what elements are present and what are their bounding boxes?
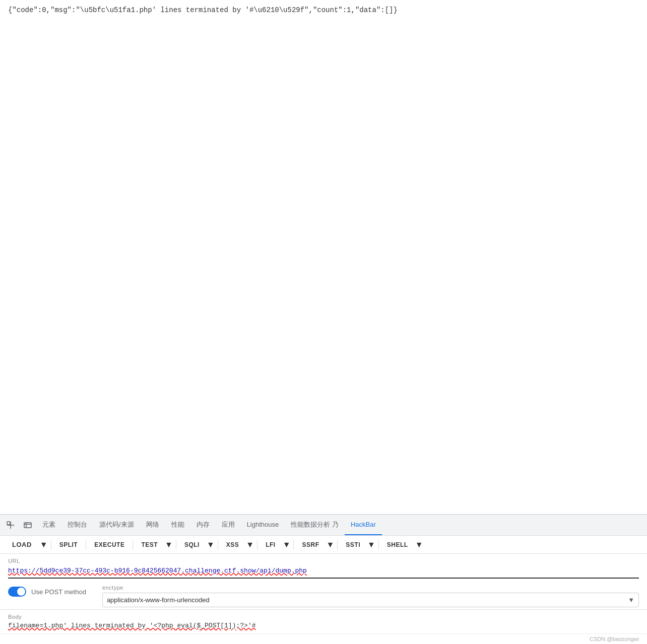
tab-memory[interactable]: 内存 [190, 515, 216, 535]
ssrf-button[interactable]: SSRF [297, 539, 324, 550]
url-display[interactable]: https://5dd9ce39-37cc-493c-b916-9c842566… [8, 566, 639, 579]
tab-performance[interactable]: 性能 [165, 515, 190, 535]
tab-elements[interactable]: 元素 [36, 515, 61, 535]
separator-2 [86, 540, 86, 550]
post-method-toggle-row: Use POST method [8, 583, 86, 601]
shell-dropdown-icon[interactable]: ▼ [415, 540, 423, 549]
chevron-down-icon: ▼ [628, 596, 634, 604]
separator-8 [337, 540, 338, 550]
shell-button[interactable]: SHELL [382, 539, 413, 550]
svg-rect-3 [24, 523, 31, 528]
ssti-dropdown-icon[interactable]: ▼ [367, 540, 375, 549]
tab-network[interactable]: 网络 [140, 515, 165, 535]
separator-1 [51, 540, 51, 550]
ssrf-dropdown-icon[interactable]: ▼ [326, 540, 334, 549]
url-section: URL https://5dd9ce39-37cc-493c-b916-9c84… [0, 554, 647, 579]
response-text: {"code":0,"msg":"\u5bfc\u51fa1.php' line… [8, 6, 398, 14]
method-section: Use POST method enctype application/x-ww… [0, 579, 647, 610]
body-input[interactable]: filename=1.php' lines terminated by '<?p… [8, 622, 639, 629]
load-button[interactable]: LOAD [6, 539, 38, 550]
enctype-value: application/x-www-form-urlencoded [107, 596, 210, 604]
separator-5 [218, 540, 218, 550]
response-area: {"code":0,"msg":"\u5bfc\u51fa1.php' line… [0, 0, 647, 514]
hackbar-toolbar: LOAD ▼ SPLIT EXECUTE TEST ▼ SQLI ▼ XSS ▼… [0, 536, 647, 554]
post-method-label: Use POST method [31, 588, 86, 596]
tab-application[interactable]: 应用 [216, 515, 241, 535]
tab-perf-insights[interactable]: 性能数据分析 乃 [285, 515, 345, 535]
test-button[interactable]: TEST [136, 539, 163, 550]
body-section: Body filename=1.php' lines terminated by… [0, 610, 647, 633]
separator-4 [176, 540, 176, 550]
tab-console[interactable]: 控制台 [61, 515, 93, 535]
body-label: Body [8, 614, 639, 620]
lfi-dropdown-icon[interactable]: ▼ [283, 540, 291, 549]
execute-button[interactable]: EXECUTE [89, 539, 130, 550]
svg-rect-0 [7, 522, 10, 525]
sqli-dropdown-icon[interactable]: ▼ [207, 540, 215, 549]
tab-sources[interactable]: 源代码/来源 [93, 515, 140, 535]
separator-9 [378, 540, 379, 550]
enctype-select[interactable]: application/x-www-form-urlencoded ▼ [102, 593, 639, 607]
tab-lighthouse[interactable]: Lighthouse [241, 515, 285, 535]
split-button[interactable]: SPLIT [54, 539, 83, 550]
tab-hackbar[interactable]: HackBar [345, 515, 382, 535]
enctype-section: enctype application/x-www-form-urlencode… [102, 583, 639, 609]
inspect-icon[interactable] [19, 515, 36, 535]
sqli-button[interactable]: SQLI [179, 539, 205, 550]
devtools-panel: 元素 控制台 源代码/来源 网络 性能 内存 应用 Lighthouse 性能数… [0, 514, 647, 644]
separator-3 [133, 540, 133, 550]
test-dropdown-icon[interactable]: ▼ [165, 540, 173, 549]
separator-7 [293, 540, 294, 550]
load-dropdown-icon[interactable]: ▼ [40, 540, 48, 549]
separator-6 [257, 540, 257, 550]
footer-text: CSDN @baozongwi [590, 636, 639, 642]
ssti-button[interactable]: SSTI [341, 539, 365, 550]
tab-bar: 元素 控制台 源代码/来源 网络 性能 内存 应用 Lighthouse 性能数… [0, 515, 647, 536]
footer: CSDN @baozongwi [0, 633, 647, 644]
xss-dropdown-icon[interactable]: ▼ [246, 540, 254, 549]
url-label: URL [8, 558, 639, 564]
cursor-tool-icon[interactable] [2, 515, 19, 535]
xss-button[interactable]: XSS [221, 539, 244, 550]
lfi-button[interactable]: LFI [261, 539, 281, 550]
enctype-label: enctype [102, 585, 639, 591]
post-method-toggle[interactable] [8, 587, 26, 597]
